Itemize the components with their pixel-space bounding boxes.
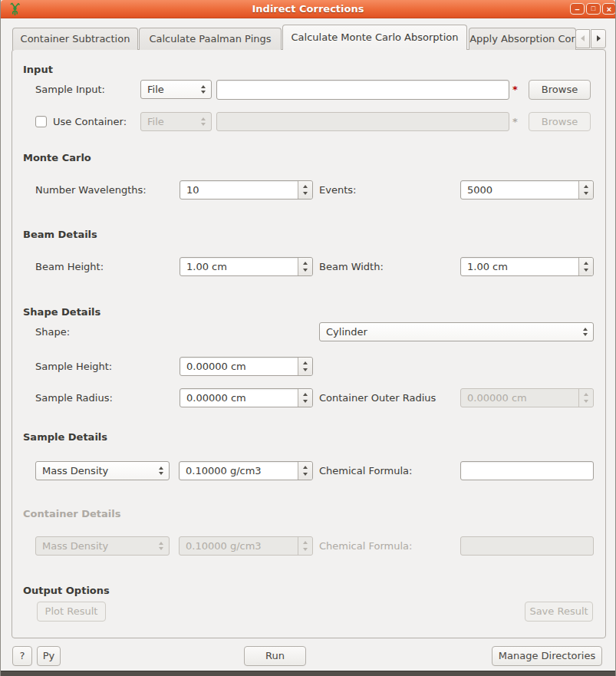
number-wavelengths-value[interactable] bbox=[180, 180, 313, 200]
container-density-spinbox bbox=[179, 536, 313, 556]
sample-density-spinbox[interactable] bbox=[179, 461, 313, 480]
container-outer-radius-spinbox bbox=[460, 388, 594, 407]
sample-height-spinbox[interactable] bbox=[180, 357, 313, 376]
combo-arrows-icon bbox=[159, 542, 163, 550]
spin-up-icon[interactable] bbox=[584, 262, 588, 265]
combo-arrows-icon bbox=[583, 328, 588, 336]
tab-apply-absorption-corrections[interactable]: Apply Absorption Cor bbox=[469, 28, 576, 50]
sample-radius-spinbox[interactable] bbox=[180, 388, 313, 407]
number-wavelengths-label: Number Wavelengths: bbox=[35, 180, 147, 200]
manage-directories-button[interactable]: Manage Directories bbox=[492, 646, 602, 666]
spin-buttons[interactable] bbox=[298, 181, 312, 199]
beam-width-label: Beam Width: bbox=[319, 257, 384, 276]
sample-height-value[interactable] bbox=[180, 357, 313, 376]
spin-buttons[interactable] bbox=[298, 462, 312, 480]
spin-up-icon[interactable] bbox=[303, 185, 308, 188]
python-button[interactable]: Py bbox=[37, 646, 61, 666]
tab-scroll-right-button[interactable] bbox=[591, 29, 606, 48]
events-spinbox[interactable] bbox=[460, 180, 594, 200]
sample-radius-row: Sample Radius: Container Outer Radius bbox=[12, 388, 605, 407]
combo-arrows-icon bbox=[201, 85, 206, 94]
title-bar[interactable]: Indirect Corrections – □ × bbox=[1, 0, 615, 18]
minimize-button[interactable]: – bbox=[570, 3, 585, 15]
section-header-shape-details: Shape Details bbox=[23, 306, 100, 318]
spin-buttons[interactable] bbox=[298, 389, 312, 407]
spin-down-icon[interactable] bbox=[303, 400, 308, 403]
beam-width-spinbox[interactable] bbox=[460, 257, 594, 276]
sample-radius-value[interactable] bbox=[180, 388, 313, 407]
shape-value: Cylinder bbox=[326, 323, 367, 341]
section-header-monte-carlo: Monte Carlo bbox=[23, 152, 91, 163]
sample-input-row: Sample Input: File * Browse bbox=[12, 80, 605, 100]
spin-up-icon[interactable] bbox=[303, 262, 308, 265]
scroll-left-icon bbox=[581, 35, 585, 41]
spin-up-icon[interactable] bbox=[303, 393, 308, 396]
beam-details-row: Beam Height: Beam Width: bbox=[12, 257, 605, 276]
container-input-type-combobox: File bbox=[140, 112, 212, 131]
plot-result-button: Plot Result bbox=[37, 602, 106, 622]
close-button[interactable]: × bbox=[602, 3, 616, 15]
spin-up-icon[interactable] bbox=[303, 466, 308, 469]
tab-calculate-paalman-pings[interactable]: Calculate Paalman Pings bbox=[139, 28, 282, 50]
beam-height-label: Beam Height: bbox=[35, 257, 104, 276]
application-window: Indirect Corrections – □ × Container Sub… bbox=[0, 0, 616, 676]
maximize-button[interactable]: □ bbox=[586, 3, 601, 15]
container-chemical-formula-label: Chemical Formula: bbox=[319, 536, 412, 556]
shape-row: Shape: Cylinder bbox=[12, 322, 605, 341]
spin-buttons[interactable] bbox=[298, 358, 312, 375]
spin-down-icon bbox=[303, 548, 308, 551]
required-asterisk: * bbox=[512, 80, 518, 100]
spin-down-icon[interactable] bbox=[303, 269, 308, 272]
use-container-label: Use Container: bbox=[53, 112, 127, 131]
spin-down-icon[interactable] bbox=[584, 269, 588, 272]
spin-down-icon[interactable] bbox=[584, 192, 588, 195]
container-density-value bbox=[179, 536, 313, 556]
spin-down-icon[interactable] bbox=[303, 473, 308, 476]
tab-calculate-monte-carlo-absorption[interactable]: Calculate Monte Carlo Absorption bbox=[282, 25, 467, 50]
tab-container-subtraction[interactable]: Container Subtraction bbox=[12, 28, 138, 50]
container-input-type-value: File bbox=[147, 113, 164, 130]
spin-buttons[interactable] bbox=[578, 258, 593, 275]
window-title: Indirect Corrections bbox=[1, 0, 615, 18]
sample-input-path-field[interactable] bbox=[216, 80, 509, 100]
spin-up-icon[interactable] bbox=[303, 361, 308, 364]
section-header-beam-details: Beam Details bbox=[23, 229, 97, 240]
sample-chemical-formula-field[interactable] bbox=[460, 461, 594, 480]
spin-buttons[interactable] bbox=[578, 181, 593, 199]
beam-height-spinbox[interactable] bbox=[180, 257, 313, 276]
spin-down-icon[interactable] bbox=[303, 192, 308, 195]
beam-width-value[interactable] bbox=[460, 257, 594, 276]
spin-buttons[interactable] bbox=[298, 258, 312, 275]
sample-density-type-combobox[interactable]: Mass Density bbox=[35, 461, 170, 480]
help-button[interactable]: ? bbox=[12, 646, 32, 666]
beam-height-value[interactable] bbox=[180, 257, 313, 276]
container-details-row: Mass Density Chemical Formula: bbox=[12, 536, 605, 556]
sample-density-type-value: Mass Density bbox=[42, 462, 108, 480]
spin-up-icon[interactable] bbox=[584, 185, 588, 188]
sample-radius-label: Sample Radius: bbox=[35, 388, 113, 407]
spin-buttons bbox=[578, 389, 593, 407]
events-label: Events: bbox=[319, 180, 356, 200]
sample-density-value[interactable] bbox=[179, 461, 313, 480]
section-header-input: Input bbox=[23, 64, 53, 75]
number-wavelengths-spinbox[interactable] bbox=[180, 180, 313, 200]
sample-details-row: Mass Density Chemical Formula: bbox=[12, 461, 605, 480]
events-value[interactable] bbox=[460, 180, 594, 200]
spin-down-icon[interactable] bbox=[303, 368, 308, 371]
run-button[interactable]: Run bbox=[244, 646, 306, 666]
combo-arrows-icon bbox=[159, 467, 163, 475]
shape-combobox[interactable]: Cylinder bbox=[319, 322, 594, 341]
combo-arrows-icon bbox=[201, 117, 206, 126]
monte-carlo-row: Number Wavelengths: Events: bbox=[12, 180, 605, 200]
section-header-output-options: Output Options bbox=[23, 585, 110, 596]
container-input-path-field bbox=[216, 112, 509, 131]
sample-browse-button[interactable]: Browse bbox=[529, 80, 591, 100]
sample-input-label: Sample Input: bbox=[35, 80, 105, 100]
use-container-checkbox[interactable] bbox=[35, 116, 47, 127]
tab-scroll-left-button bbox=[575, 29, 590, 48]
sample-input-type-combobox[interactable]: File bbox=[140, 80, 212, 99]
scroll-right-icon bbox=[597, 35, 601, 41]
save-result-button: Save Result bbox=[525, 602, 593, 622]
required-asterisk-disabled: * bbox=[512, 112, 518, 132]
container-browse-button: Browse bbox=[529, 112, 591, 131]
